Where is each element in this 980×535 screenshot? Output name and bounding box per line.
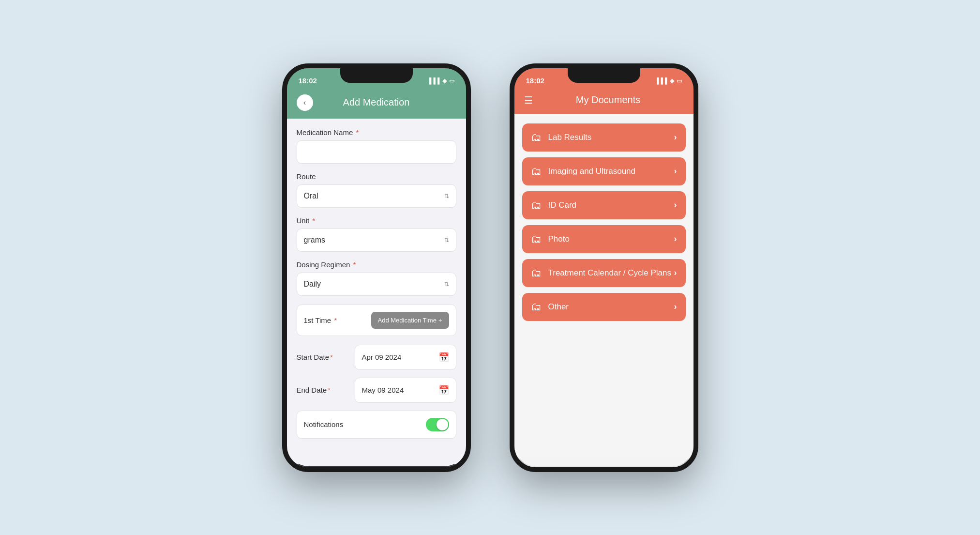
medication-name-input[interactable] [297, 140, 456, 164]
route-label: Route [297, 172, 456, 181]
folder-icon-photo: 🗂 [531, 233, 542, 245]
status-icons-2: ▐▐▐ ◈ ▭ [655, 77, 682, 84]
add-medication-time-label: Add Medication Time [378, 317, 437, 324]
route-select[interactable]: Oral ⇅ [297, 184, 456, 208]
doc-item-other[interactable]: 🗂 Other › [522, 293, 686, 321]
notifications-toggle[interactable] [426, 418, 449, 431]
battery-icon: ▭ [449, 77, 454, 84]
time-1: 18:02 [299, 76, 317, 85]
first-time-group: 1st Time * Add Medication Time + [297, 305, 456, 336]
required-star-name: * [354, 128, 359, 137]
doc-label-id-card: ID Card [548, 200, 577, 210]
phone-add-medication: 18:02 ▐▐▐ ◈ ▭ ‹ Add Medication Medicatio… [282, 63, 471, 472]
end-date-label: End Date* [297, 386, 355, 394]
status-icons-1: ▐▐▐ ◈ ▭ [427, 77, 454, 84]
notifications-row: Notifications [297, 411, 456, 439]
battery-icon-2: ▭ [677, 77, 682, 84]
start-date-label: Start Date* [297, 353, 355, 361]
chevron-right-icon-treatment: › [674, 268, 677, 278]
chevron-right-icon-imaging: › [674, 166, 677, 176]
folder-icon-other: 🗂 [531, 301, 542, 313]
doc-label-imaging: Imaging and Ultrasound [548, 167, 636, 176]
dosing-regimen-select[interactable]: Daily ⇅ [297, 273, 456, 296]
chevron-right-icon-id-card: › [674, 200, 677, 210]
end-date-input[interactable]: May 09 2024 📅 [355, 378, 456, 403]
start-date-input[interactable]: Apr 09 2024 📅 [355, 345, 456, 370]
dosing-regimen-label: Dosing Regimen * [297, 260, 456, 269]
unit-arrows-icon: ⇅ [444, 237, 449, 244]
status-bar-2: 18:02 ▐▐▐ ◈ ▭ [514, 68, 694, 90]
doc-item-treatment-calendar[interactable]: 🗂 Treatment Calendar / Cycle Plans › [522, 259, 686, 287]
add-medication-time-button[interactable]: Add Medication Time + [371, 312, 449, 329]
required-star-dosing: * [351, 260, 356, 269]
doc-item-lab-results[interactable]: 🗂 Lab Results › [522, 123, 686, 152]
route-value: Oral [304, 192, 318, 200]
page-title-1: Add Medication [313, 97, 440, 108]
unit-label: Unit * [297, 216, 456, 225]
my-documents-header: ☰ My Documents [514, 90, 694, 114]
signal-icon-2: ▐▐▐ [655, 77, 667, 84]
first-time-label: 1st Time * [304, 316, 337, 324]
medication-name-group: Medication Name * [297, 128, 456, 164]
route-arrows-icon: ⇅ [444, 193, 449, 199]
signal-icon: ▐▐▐ [427, 77, 440, 84]
my-documents-content: 🗂 Lab Results › 🗂 Imaging and Ultrasound… [514, 114, 694, 459]
wifi-icon-2: ◈ [670, 77, 674, 84]
folder-icon-id-card: 🗂 [531, 199, 542, 212]
doc-label-photo: Photo [548, 234, 570, 244]
required-star-unit: * [310, 216, 315, 225]
back-button[interactable]: ‹ [297, 94, 313, 111]
first-time-section: 1st Time * Add Medication Time + [297, 305, 456, 336]
unit-select[interactable]: grams ⇅ [297, 229, 456, 252]
doc-label-lab-results: Lab Results [548, 133, 592, 142]
doc-label-treatment: Treatment Calendar / Cycle Plans [548, 268, 671, 278]
doc-label-other: Other [548, 302, 569, 312]
chevron-right-icon-other: › [674, 302, 677, 312]
required-star-end: * [328, 386, 331, 394]
notifications-label: Notifications [304, 420, 344, 428]
doc-item-id-card[interactable]: 🗂 ID Card › [522, 191, 686, 219]
status-bar-1: 18:02 ▐▐▐ ◈ ▭ [287, 68, 466, 90]
route-group: Route Oral ⇅ [297, 172, 456, 208]
unit-value: grams [304, 236, 325, 245]
unit-group: Unit * grams ⇅ [297, 216, 456, 252]
chevron-right-icon-photo: › [674, 234, 677, 244]
folder-icon-imaging: 🗂 [531, 165, 542, 178]
page-title-2: My Documents [533, 94, 684, 106]
start-date-row: Start Date* Apr 09 2024 📅 [297, 345, 456, 370]
end-date-row: End Date* May 09 2024 📅 [297, 378, 456, 403]
medication-name-label: Medication Name * [297, 128, 456, 137]
dosing-regimen-value: Daily [304, 280, 321, 289]
bottom-fade [514, 428, 694, 459]
chevron-right-icon-lab-results: › [674, 132, 677, 142]
add-medication-header: ‹ Add Medication [287, 90, 466, 119]
hamburger-menu-button[interactable]: ☰ [524, 94, 533, 106]
add-medication-content: Medication Name * Route Oral ⇅ Unit * gr… [287, 119, 466, 464]
doc-item-imaging[interactable]: 🗂 Imaging and Ultrasound › [522, 157, 686, 185]
end-date-value: May 09 2024 [362, 386, 404, 394]
end-calendar-icon: 📅 [438, 385, 449, 396]
start-calendar-icon: 📅 [438, 352, 449, 363]
dosing-regimen-group: Dosing Regimen * Daily ⇅ [297, 260, 456, 296]
required-star-start: * [330, 353, 333, 361]
wifi-icon: ◈ [442, 77, 447, 84]
time-2: 18:02 [526, 76, 544, 85]
folder-icon-treatment: 🗂 [531, 267, 542, 279]
plus-icon: + [438, 317, 442, 324]
phone-my-documents: 18:02 ▐▐▐ ◈ ▭ ☰ My Documents 🗂 Lab Resul… [510, 63, 698, 472]
dosing-arrows-icon: ⇅ [444, 281, 449, 288]
folder-icon-lab-results: 🗂 [531, 131, 542, 144]
required-star-time: * [332, 316, 337, 324]
start-date-value: Apr 09 2024 [362, 353, 402, 361]
doc-item-photo[interactable]: 🗂 Photo › [522, 225, 686, 253]
